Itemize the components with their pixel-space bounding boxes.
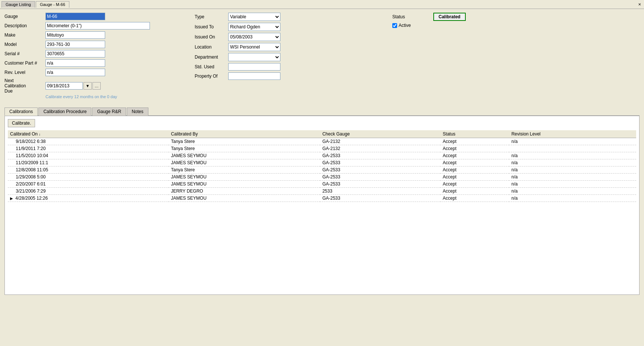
cell-calibrated-on: 3/21/2006 7:29 [8,188,169,195]
next-cal-row: NextCalibrationDue ▼ … [4,78,183,94]
table-row[interactable]: 2/20/2007 6:01 JAMES SEYMOU GA-2533 Acce… [8,181,636,188]
customer-part-row: Customer Part # [4,59,183,67]
department-select[interactable] [228,53,280,61]
expand-arrow[interactable]: ▶ [10,196,13,200]
cell-check-gauge: GA-2132 [320,145,440,152]
location-label: Location [195,44,228,50]
cell-status: Accept [440,159,509,166]
issued-on-select[interactable]: 05/08/2003 [228,33,280,41]
type-label: Type [195,14,228,19]
table-row[interactable]: 11/5/2010 10:04 JAMES SEYMOU GA-2533 Acc… [8,152,636,159]
tab-gauge-rr[interactable]: Gauge R&R [92,107,126,116]
cell-check-gauge: GA-2533 [320,195,440,202]
cell-calibrated-by: JAMES SEYMOU [169,152,320,159]
col-status[interactable]: Status [440,130,509,138]
cell-revision-level: n/a [509,174,636,181]
next-cal-dropdown-btn[interactable]: ▼ [84,82,92,90]
std-used-input[interactable] [228,63,280,71]
gauge-row: Gauge [4,13,183,20]
form-left-col: Gauge Description Make Model [4,13,183,101]
cell-revision-level: n/a [509,181,636,188]
cell-revision-level [509,145,636,152]
cell-revision-level: n/a [509,159,636,166]
gauge-input[interactable] [45,13,105,20]
tab-notes[interactable]: Notes [127,107,148,116]
cell-revision-level: n/a [509,188,636,195]
table-row[interactable]: 1/29/2008 5:00 JAMES SEYMOU GA-2533 Acce… [8,174,636,181]
cell-check-gauge: 2533 [320,188,440,195]
title-bar: Gauge Listing Gauge - M-66 × [0,0,644,9]
close-button[interactable]: × [637,1,643,7]
make-input[interactable] [45,31,105,39]
table-row[interactable]: 11/20/2009 11:1 JAMES SEYMOU GA-2533 Acc… [8,159,636,166]
active-row: Active [392,23,640,28]
col-check-gauge[interactable]: Check Gauge [320,130,440,138]
rev-level-label: Rev. Level [4,70,45,75]
cell-calibrated-on: 11/5/2010 10:04 [8,152,169,159]
issued-on-label: Issued On [195,34,228,40]
cell-check-gauge: GA-2533 [320,159,440,166]
cell-status: Accept [440,166,509,174]
table-row[interactable]: ▶ 4/28/2005 12:26 JAMES SEYMOU GA-2533 A… [8,195,636,202]
tabs-panel: Calibrations Calibration Procedure Gauge… [4,107,640,295]
calibration-table: Calibrated On Calibrated By Check Gauge … [8,130,636,202]
description-input[interactable] [45,22,150,29]
cell-calibrated-by: JAMES SEYMOU [169,195,320,202]
cell-status: Accept [440,181,509,188]
cell-revision-level: n/a [509,166,636,174]
cell-revision-level: n/a [509,138,636,145]
col-calibrated-by[interactable]: Calibrated By [169,130,320,138]
cell-status: Accept [440,138,509,145]
table-row[interactable]: 12/8/2008 11:05 Tanya Stere GA-2533 Acce… [8,166,636,174]
model-input[interactable] [45,41,105,48]
issued-to-select[interactable]: Richard Ogden [228,23,280,31]
status-button[interactable]: Calibrated [433,13,466,21]
issued-on-row: Issued On 05/08/2003 [195,33,381,41]
table-header-row: Calibrated On Calibrated By Check Gauge … [8,130,636,138]
cell-calibrated-on: ▶ 4/28/2005 12:26 [8,195,169,202]
cell-calibrated-on: 11/20/2009 11:1 [8,159,169,166]
cell-calibrated-by: Tanya Stere [169,145,320,152]
serial-input[interactable] [45,50,105,57]
serial-label: Serial # [4,51,45,56]
make-label: Make [4,32,45,38]
next-cal-picker-btn[interactable]: … [92,82,101,90]
tab-gauge-m66[interactable]: Gauge - M-66 [36,1,69,8]
form-right-col: Type Variable Issued To Richard Ogden Is… [195,13,381,101]
department-row: Department [195,53,381,61]
department-label: Department [195,54,228,60]
property-of-input[interactable] [228,72,280,80]
col-revision-level[interactable]: Revision Level [509,130,636,138]
cell-check-gauge: GA-2533 [320,181,440,188]
calibrate-button[interactable]: Calibrate. [8,119,35,127]
tab-calibrations[interactable]: Calibrations [4,107,38,116]
active-label: Active [399,23,411,28]
cell-calibrated-on: 9/18/2012 6:38 [8,138,169,145]
table-row[interactable]: 3/21/2006 7:29 JERRY DEGRO 2533 Accept n… [8,188,636,195]
cell-calibrated-by: JAMES SEYMOU [169,174,320,181]
form-status-col: Status Calibrated Active [392,13,640,101]
cell-calibrated-on: 12/8/2008 11:05 [8,166,169,174]
model-label: Model [4,42,45,47]
table-row[interactable]: 9/18/2012 6:38 Tanya Stere GA-2132 Accep… [8,138,636,145]
cell-status: Accept [440,188,509,195]
cell-status: Accept [440,195,509,202]
table-row[interactable]: 11/9/2011 7:20 Tanya Stere GA-2132 Accep… [8,145,636,152]
type-select[interactable]: Variable [228,13,280,21]
cell-calibrated-by: Tanya Stere [169,138,320,145]
col-calibrated-on[interactable]: Calibrated On [8,130,169,138]
tab-calibration-procedure[interactable]: Calibration Procedure [38,107,91,116]
next-cal-input[interactable] [45,82,83,90]
tab-gauge-listing[interactable]: Gauge Listing [1,1,35,8]
cell-calibrated-by: JAMES SEYMOU [169,159,320,166]
active-checkbox[interactable] [392,23,397,28]
location-select[interactable]: WSI Personnel [228,43,280,51]
rev-level-row: Rev. Level [4,69,183,76]
cell-calibrated-by: JERRY DEGRO [169,188,320,195]
customer-part-input[interactable] [45,59,105,67]
issued-to-row: Issued To Richard Ogden [195,23,381,31]
window-content: Gauge Description Make Model [0,9,644,346]
cell-check-gauge: GA-2132 [320,138,440,145]
rev-level-input[interactable] [45,69,105,76]
cell-status: Accept [440,145,509,152]
